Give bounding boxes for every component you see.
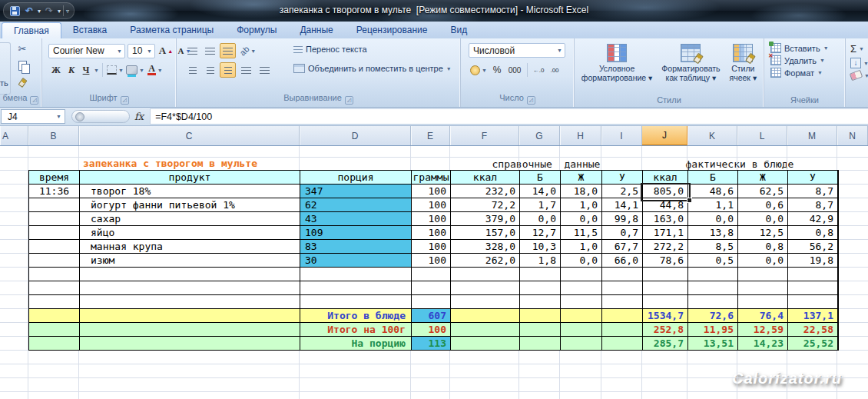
- cell-D6[interactable]: 43: [300, 212, 412, 226]
- cell-G7[interactable]: 12,7: [520, 226, 561, 240]
- format-cells-button[interactable]: Формат▼: [770, 68, 845, 78]
- cell-M9[interactable]: 19,8: [788, 254, 838, 268]
- delete-cells-button[interactable]: Удалить▼: [770, 55, 845, 65]
- cell-C10[interactable]: [80, 268, 300, 281]
- font-name-select[interactable]: Courier New▼: [48, 44, 125, 58]
- cell-C6[interactable]: сахар: [80, 212, 300, 226]
- font-dialog-launcher[interactable]: ◿: [121, 96, 129, 105]
- cell-B12[interactable]: [29, 295, 80, 309]
- cell-E8[interactable]: 100: [412, 240, 451, 254]
- cell-C15[interactable]: [80, 337, 300, 351]
- cell-M15[interactable]: 25,52: [788, 337, 838, 351]
- italic-button[interactable]: К: [65, 62, 78, 78]
- column-header-L[interactable]: L: [737, 126, 787, 145]
- cell-K13[interactable]: 72,6: [688, 309, 738, 323]
- column-header-K[interactable]: K: [687, 126, 737, 145]
- ribbon-tab-2[interactable]: Вставка: [61, 22, 119, 38]
- cell-H12[interactable]: [561, 295, 602, 309]
- total-label-2[interactable]: Итого на 100г: [300, 323, 412, 337]
- cell-J9[interactable]: 78,6: [643, 254, 688, 268]
- align-bottom-button[interactable]: [220, 43, 236, 58]
- cell-K7[interactable]: 13,8: [688, 226, 738, 240]
- fill-color-button[interactable]: ▼: [125, 62, 145, 78]
- cell-H7[interactable]: 11,5: [561, 226, 602, 240]
- cell-K8[interactable]: 8,5: [688, 240, 738, 254]
- cell-E4[interactable]: 100: [412, 185, 451, 198]
- cell-J6[interactable]: 163,0: [643, 212, 688, 226]
- decrease-indent-button[interactable]: [237, 62, 254, 78]
- cell-M8[interactable]: 56,2: [788, 240, 838, 254]
- cell-E12[interactable]: [412, 295, 451, 309]
- copy-button[interactable]: [14, 58, 31, 73]
- insert-cells-button[interactable]: Вставить▼: [770, 43, 845, 53]
- header-cell-ref-protein[interactable]: Б: [520, 171, 561, 185]
- cell-F12[interactable]: [451, 295, 520, 309]
- cut-button[interactable]: ✂: [14, 41, 31, 56]
- cell-M13[interactable]: 137,1: [788, 309, 838, 323]
- cell-K9[interactable]: 0,5: [688, 254, 738, 268]
- cell-K15[interactable]: 13,51: [688, 337, 738, 351]
- cell-I9[interactable]: 66,0: [602, 254, 643, 268]
- cell-I14[interactable]: [602, 323, 643, 337]
- cell-L11[interactable]: [738, 281, 788, 295]
- header-cell-fact-protein[interactable]: Б: [688, 171, 738, 185]
- cell-D10[interactable]: [300, 268, 412, 281]
- cell-J13[interactable]: 1534,7: [643, 309, 688, 323]
- header-cell-grams[interactable]: граммы: [412, 171, 451, 185]
- cell-B13[interactable]: [29, 309, 80, 323]
- cell-H9[interactable]: 0,0: [561, 254, 602, 268]
- cell-H5[interactable]: 1,0: [561, 198, 602, 212]
- underline-dropdown-icon[interactable]: ▼: [94, 68, 99, 73]
- cell-C14[interactable]: [80, 323, 300, 337]
- worksheet[interactable]: запеканка с творогом в мульте справочные…: [0, 146, 868, 399]
- cell-H15[interactable]: [561, 337, 602, 351]
- cell-K4[interactable]: 48,6: [688, 185, 738, 198]
- cell-J8[interactable]: 272,2: [643, 240, 688, 254]
- align-top-button[interactable]: [184, 43, 200, 58]
- font-color-button[interactable]: А▼: [146, 62, 164, 78]
- cell-J10[interactable]: [643, 268, 688, 281]
- cell-H8[interactable]: 1,0: [561, 240, 602, 254]
- cell-L5[interactable]: 0,6: [738, 198, 788, 212]
- cell-I12[interactable]: [602, 295, 643, 309]
- cell-B7[interactable]: [29, 226, 80, 240]
- cell-M6[interactable]: 42,9: [788, 212, 838, 226]
- cell-G10[interactable]: [520, 268, 561, 281]
- total-label-1[interactable]: Итого в блюде: [300, 309, 412, 323]
- cell-F10[interactable]: [451, 268, 520, 281]
- column-header-C[interactable]: C: [79, 126, 300, 145]
- cell-F5[interactable]: 72,2: [451, 198, 520, 212]
- ribbon-tab-7[interactable]: Вид: [439, 22, 479, 38]
- cell-K6[interactable]: 0,0: [688, 212, 738, 226]
- column-header-G[interactable]: G: [519, 126, 560, 145]
- increase-decimal-button[interactable]: ←.0: [531, 62, 546, 78]
- cell-K11[interactable]: [688, 281, 738, 295]
- column-header-J[interactable]: J: [642, 126, 687, 145]
- conditional-formatting-button[interactable]: Условное форматирование ▾: [578, 42, 656, 84]
- header-cell-fact-carbs[interactable]: У: [788, 171, 838, 185]
- borders-button[interactable]: ▼: [106, 62, 124, 78]
- cell-M12[interactable]: [788, 295, 838, 309]
- cell-K14[interactable]: 11,95: [688, 323, 738, 337]
- merge-center-button[interactable]: Объединить и поместить в центре ▼: [293, 64, 452, 73]
- cell-F4[interactable]: 232,0: [451, 185, 520, 198]
- header-cell-ref-kcal[interactable]: ккал: [451, 171, 520, 185]
- align-left-button[interactable]: [184, 62, 200, 78]
- ribbon-tab-1[interactable]: Главная: [2, 22, 61, 38]
- cell-G13[interactable]: [520, 309, 561, 323]
- cell-L10[interactable]: [738, 268, 788, 281]
- cell-K12[interactable]: [688, 295, 738, 309]
- cell-B14[interactable]: [29, 323, 80, 337]
- cell-E11[interactable]: [412, 281, 451, 295]
- cell-G5[interactable]: 1,7: [520, 198, 561, 212]
- cell-F13[interactable]: [451, 309, 520, 323]
- column-header-M[interactable]: M: [787, 126, 837, 145]
- insert-function-button[interactable]: fx: [134, 111, 144, 122]
- align-center-button[interactable]: [202, 62, 218, 78]
- column-header-H[interactable]: H: [560, 126, 601, 145]
- cell-C12[interactable]: [80, 295, 300, 309]
- cell-M14[interactable]: 22,58: [788, 323, 838, 337]
- number-dialog-launcher[interactable]: ◿: [527, 96, 535, 105]
- cell-I10[interactable]: [602, 268, 643, 281]
- cell-J11[interactable]: [643, 281, 688, 295]
